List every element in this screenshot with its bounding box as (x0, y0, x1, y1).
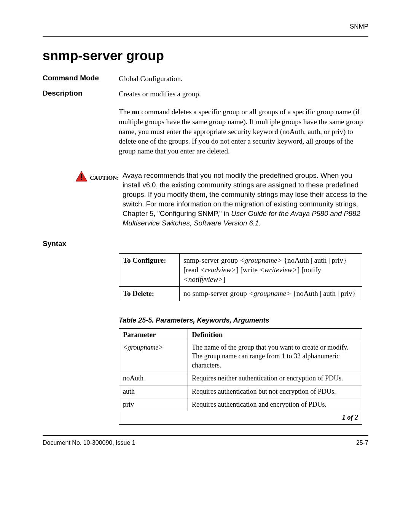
syntax-row: Syntax (43, 240, 368, 248)
definition-cell: Requires authentication and encryption o… (188, 398, 362, 411)
desc-prefix: The (119, 108, 132, 116)
svg-rect-2 (81, 179, 82, 180)
param-header: Parameter (119, 329, 188, 341)
header-section: SNMP (43, 23, 368, 30)
cfg-r3: ] [notify (297, 266, 321, 274)
command-mode-row: Command Mode Global Configuration. (43, 74, 368, 84)
definition-header: Definition (188, 329, 362, 341)
caution-block: CAUTION: Avaya recommends that you not m… (43, 171, 368, 228)
table-row: privRequires authentication and encrypti… (119, 398, 362, 411)
del-rest: {noAuth | auth | priv} (291, 289, 356, 297)
description-paragraph: The no command deletes a specific group … (119, 107, 368, 156)
param-header-row: Parameter Definition (119, 329, 362, 341)
desc-bold-no: no (132, 108, 139, 116)
table-row: noAuthRequires neither authentication or… (119, 372, 362, 385)
footer: Document No. 10-300090, Issue 1 25-7 (43, 439, 368, 446)
syntax-label: Syntax (43, 240, 119, 248)
syntax-empty (119, 240, 368, 248)
description-label: Description (43, 89, 119, 156)
del-prefix: no snmp-server group (183, 289, 249, 297)
cfg-readview: <readview> (200, 266, 236, 274)
description-row: Description Creates or modifies a group.… (43, 89, 368, 156)
param-cell: <groupname> (119, 341, 188, 372)
cfg-r4: ] (223, 275, 225, 283)
del-groupname: <groupname> (249, 289, 292, 297)
syntax-delete-row: To Delete: no snmp-server group <groupna… (119, 287, 362, 301)
to-delete-label: To Delete: (119, 287, 180, 301)
command-mode-label: Command Mode (43, 74, 119, 84)
syntax-configure-row: To Configure: snmp-server group <groupna… (119, 254, 362, 287)
definition-cell: The name of the group that you want to c… (188, 341, 362, 372)
param-cell: auth (119, 385, 188, 398)
caution-label: CAUTION: (90, 171, 119, 181)
to-delete-value: no snmp-server group <groupname> {noAuth… (180, 287, 362, 301)
cfg-r2: ] [write (236, 266, 259, 274)
cfg-prefix: snmp-server group (183, 256, 240, 264)
syntax-table: To Configure: snmp-server group <groupna… (119, 253, 362, 301)
caution-left: CAUTION: (43, 171, 119, 182)
description-value: Creates or modifies a group. The no comm… (119, 89, 368, 156)
parameters-table: Parameter Definition <groupname>The name… (119, 328, 362, 425)
definition-cell: Requires neither authentication or encry… (188, 372, 362, 385)
cfg-groupname: <groupname> (240, 256, 282, 264)
table-row: <groupname>The name of the group that yo… (119, 341, 362, 372)
cfg-notifyview: <notifyview> (183, 275, 223, 283)
table-caption: Table 25-5. Parameters, Keywords, Argume… (119, 316, 368, 324)
description-short: Creates or modifies a group. (119, 90, 201, 98)
to-configure-label: To Configure: (119, 254, 180, 287)
footer-page: 25-7 (356, 439, 368, 446)
page: SNMP snmp-server group Command Mode Glob… (0, 0, 411, 532)
caution-body: Avaya recommends that you not modify the… (119, 171, 368, 228)
param-cell: noAuth (119, 372, 188, 385)
table-pager: 1 of 2 (119, 411, 362, 424)
page-title: snmp-server group (43, 48, 368, 63)
param-cell: priv (119, 398, 188, 411)
caution-icon (75, 171, 88, 182)
command-mode-value: Global Configuration. (119, 74, 368, 84)
desc-rest: command deletes a specific group or all … (119, 108, 363, 155)
definition-cell: Requires authentication but not encrypti… (188, 385, 362, 398)
top-rule (43, 36, 368, 37)
cfg-writeview: <writeview> (260, 266, 298, 274)
to-configure-value: snmp-server group <groupname> {noAuth | … (180, 254, 362, 287)
table-row: authRequires authentication but not encr… (119, 385, 362, 398)
bottom-rule (43, 435, 368, 436)
table-pager-row: 1 of 2 (119, 411, 362, 424)
footer-doc: Document No. 10-300090, Issue 1 (43, 439, 135, 446)
svg-rect-1 (81, 174, 82, 178)
